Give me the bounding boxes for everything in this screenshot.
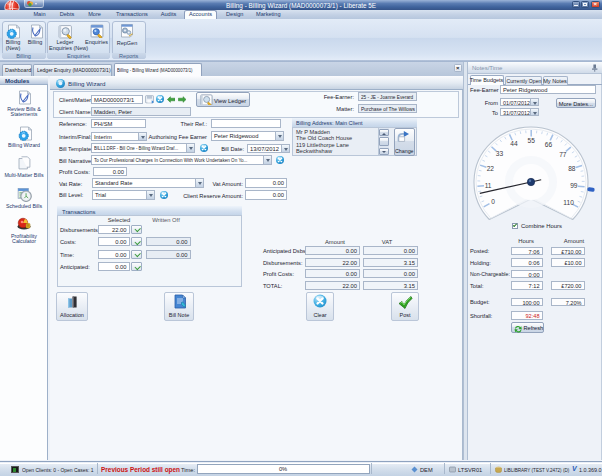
svg-text:110: 110	[563, 199, 574, 206]
svg-text:33: 33	[496, 150, 504, 157]
svg-text:22: 22	[487, 165, 495, 172]
svg-text:99: 99	[570, 182, 578, 189]
svg-text:44: 44	[510, 140, 518, 147]
svg-text:77: 77	[559, 151, 567, 158]
svg-text:11: 11	[485, 182, 492, 189]
svg-text:0: 0	[491, 198, 495, 205]
svg-text:55: 55	[528, 137, 536, 144]
svg-text:88: 88	[568, 165, 576, 172]
svg-text:66: 66	[545, 141, 553, 148]
